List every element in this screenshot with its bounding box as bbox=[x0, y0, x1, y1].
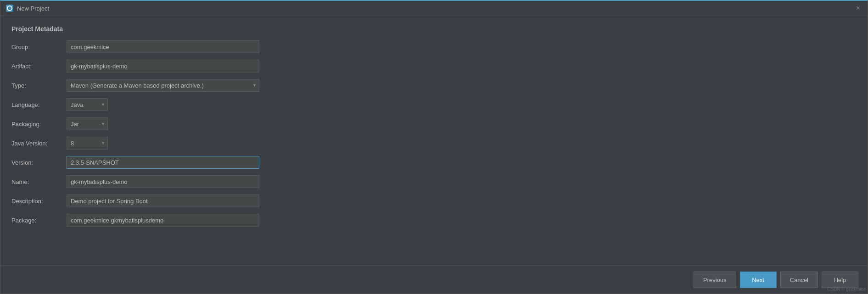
cancel-button[interactable]: Cancel bbox=[780, 272, 818, 288]
artifact-row: Artifact: bbox=[11, 59, 857, 73]
java-version-row: Java Version: 8 11 14 15 bbox=[11, 136, 857, 150]
language-select-wrapper: Java Kotlin Groovy bbox=[67, 98, 108, 111]
dialog-footer: Previous Next Cancel Help bbox=[0, 266, 868, 294]
description-label: Description: bbox=[11, 198, 67, 205]
type-select-wrapper: Maven (Generate a Maven based project ar… bbox=[67, 79, 259, 92]
name-input[interactable] bbox=[67, 175, 259, 188]
next-button[interactable]: Next bbox=[740, 272, 777, 288]
title-bar: New Project × bbox=[0, 1, 868, 16]
java-version-label: Java Version: bbox=[11, 140, 67, 147]
language-select[interactable]: Java Kotlin Groovy bbox=[67, 98, 108, 111]
dialog-content: Project Metadata Group: Artifact: Type: … bbox=[0, 16, 868, 266]
language-row: Language: Java Kotlin Groovy bbox=[11, 98, 857, 111]
package-input[interactable] bbox=[67, 214, 259, 227]
java-version-select-wrapper: 8 11 14 15 bbox=[67, 137, 108, 150]
name-row: Name: bbox=[11, 175, 857, 189]
version-label: Version: bbox=[11, 159, 67, 166]
language-label: Language: bbox=[11, 101, 67, 108]
previous-button[interactable]: Previous bbox=[694, 272, 736, 288]
packaging-row: Packaging: Jar War bbox=[11, 117, 857, 131]
type-label: Type: bbox=[11, 82, 67, 89]
new-project-dialog: New Project × Project Metadata Group: Ar… bbox=[0, 0, 868, 294]
app-icon bbox=[6, 5, 13, 12]
package-label: Package: bbox=[11, 217, 67, 224]
group-input[interactable] bbox=[67, 40, 259, 53]
artifact-input[interactable] bbox=[67, 60, 259, 72]
packaging-select-wrapper: Jar War bbox=[67, 117, 108, 130]
description-input[interactable] bbox=[67, 194, 259, 207]
package-row: Package: bbox=[11, 213, 857, 227]
description-row: Description: bbox=[11, 194, 857, 208]
java-version-select[interactable]: 8 11 14 15 bbox=[67, 137, 108, 150]
packaging-select[interactable]: Jar War bbox=[67, 117, 108, 130]
title-bar-left: New Project bbox=[6, 5, 49, 12]
watermark: CSDN © geekmice bbox=[827, 287, 866, 292]
packaging-label: Packaging: bbox=[11, 121, 67, 128]
version-row: Version: bbox=[11, 155, 857, 169]
group-label: Group: bbox=[11, 44, 67, 50]
section-title: Project Metadata bbox=[11, 25, 857, 33]
name-label: Name: bbox=[11, 178, 67, 185]
artifact-label: Artifact: bbox=[11, 63, 67, 70]
close-button[interactable]: × bbox=[854, 5, 862, 12]
dialog-title: New Project bbox=[17, 5, 49, 12]
group-row: Group: bbox=[11, 40, 857, 54]
type-row: Type: Maven (Generate a Maven based proj… bbox=[11, 78, 857, 92]
help-button[interactable]: Help bbox=[822, 272, 858, 288]
type-select[interactable]: Maven (Generate a Maven based project ar… bbox=[67, 79, 259, 92]
version-input[interactable] bbox=[67, 156, 259, 169]
